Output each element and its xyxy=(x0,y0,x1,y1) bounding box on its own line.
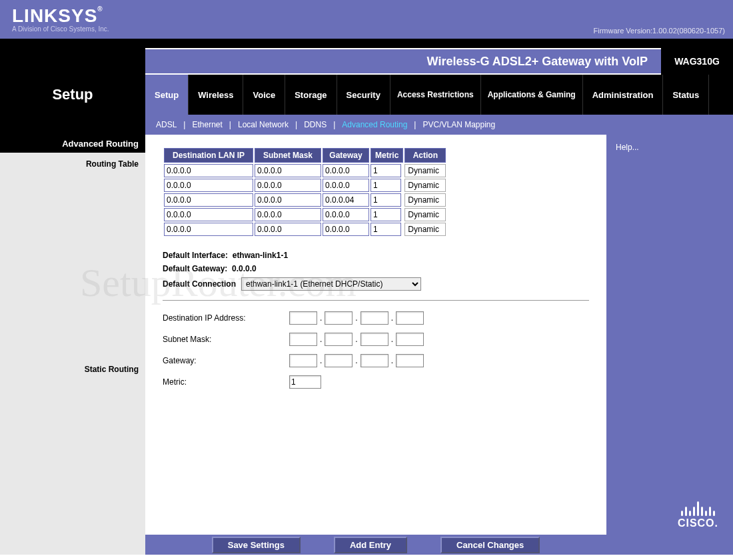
th-metric: Metric xyxy=(370,148,403,163)
dest-ip-octet3[interactable] xyxy=(361,311,388,325)
row4-ip[interactable] xyxy=(164,223,253,236)
default-gw-label: Default Gateway: xyxy=(163,264,227,273)
row1-action: Dynamic xyxy=(404,179,446,192)
save-settings-button[interactable]: Save Settings xyxy=(212,537,301,553)
row3-action: Dynamic xyxy=(404,208,446,221)
model-number: WAG310G xyxy=(661,48,733,75)
subnet-octet4[interactable] xyxy=(396,333,424,346)
dest-ip-octet2[interactable] xyxy=(325,311,353,325)
sidebar-routing-table: Routing Table xyxy=(0,153,145,171)
divider-bar xyxy=(0,39,733,48)
tab-access-restrictions[interactable]: Access Restrictions xyxy=(390,75,481,115)
row3-mask[interactable] xyxy=(255,208,321,221)
gateway-octet1[interactable] xyxy=(289,354,317,367)
subnav-pvc-vlan[interactable]: PVC/VLAN Mapping xyxy=(420,120,498,129)
row3-metric[interactable] xyxy=(370,208,401,221)
section-label: Setup xyxy=(0,75,145,115)
default-iface-label: Default Interface: xyxy=(163,251,228,260)
row4-metric[interactable] xyxy=(370,223,401,236)
tab-security[interactable]: Security xyxy=(337,75,390,115)
row1-ip[interactable] xyxy=(164,179,253,192)
gateway-label: Gateway: xyxy=(163,356,289,365)
tab-administration[interactable]: Administration xyxy=(583,75,664,115)
row4-gw[interactable] xyxy=(323,223,369,236)
dest-ip-octet4[interactable] xyxy=(396,311,424,325)
subnet-octet1[interactable] xyxy=(289,333,317,346)
cancel-changes-button[interactable]: Cancel Changes xyxy=(440,537,540,553)
row0-action: Dynamic xyxy=(404,164,446,177)
row0-mask[interactable] xyxy=(255,164,321,177)
sidebar-static-routing: Static Routing xyxy=(0,358,145,377)
gateway-octet2[interactable] xyxy=(325,354,353,367)
table-row: Dynamic xyxy=(164,208,446,221)
tab-setup[interactable]: Setup xyxy=(145,75,189,115)
row0-gw[interactable] xyxy=(323,164,369,177)
table-row: Dynamic xyxy=(164,179,446,192)
subnet-label: Subnet Mask: xyxy=(163,335,289,344)
defaults-block: Default Interface: ethwan-link1-1 Defaul… xyxy=(163,251,589,291)
product-title: Wireless-G ADSL2+ Gateway with VoIP xyxy=(145,48,661,75)
help-link[interactable]: Help... xyxy=(616,143,639,152)
table-row: Dynamic xyxy=(164,193,446,207)
tab-voice[interactable]: Voice xyxy=(243,75,285,115)
subnav-ddns[interactable]: DDNS xyxy=(301,120,329,129)
row2-action: Dynamic xyxy=(404,193,446,207)
row2-metric[interactable] xyxy=(370,193,401,207)
table-row: Dynamic xyxy=(164,164,446,177)
add-entry-button[interactable]: Add Entry xyxy=(334,537,407,553)
row0-ip[interactable] xyxy=(164,164,253,177)
brand-logo: LINKSYS® A Division of Cisco Systems, In… xyxy=(12,5,109,33)
default-gw-value: 0.0.0.0 xyxy=(232,264,257,273)
default-conn-label: Default Connection xyxy=(163,279,236,289)
header: LINKSYS® A Division of Cisco Systems, In… xyxy=(0,0,733,39)
sidebar: Advanced Routing Routing Table Static Ro… xyxy=(0,135,145,535)
routing-table: Destination LAN IP Subnet Mask Gateway M… xyxy=(163,147,447,237)
subnav-ethernet[interactable]: Ethernet xyxy=(189,120,225,129)
subnet-octet2[interactable] xyxy=(325,333,353,346)
subnav-advanced-routing[interactable]: Advanced Routing xyxy=(339,120,410,129)
row3-ip[interactable] xyxy=(164,208,253,221)
row2-gw[interactable] xyxy=(323,193,369,207)
th-subnet: Subnet Mask xyxy=(255,148,321,163)
main-nav: Setup Wireless Voice Storage Security Ac… xyxy=(145,75,733,115)
brand-text: LINKSYS xyxy=(12,5,97,26)
subnav-local-network[interactable]: Local Network xyxy=(235,120,291,129)
help-panel: Help... xyxy=(606,135,733,535)
tab-status[interactable]: Status xyxy=(663,75,709,115)
default-connection-select[interactable]: ethwan-link1-1 (Ethernet DHCP/Static) xyxy=(241,277,421,291)
static-routing-form: Destination IP Address: ... Subnet Mask:… xyxy=(163,311,589,389)
main-content: Destination LAN IP Subnet Mask Gateway M… xyxy=(145,135,606,535)
dest-ip-label: Destination IP Address: xyxy=(163,313,289,323)
dest-ip-octet1[interactable] xyxy=(289,311,317,325)
row0-metric[interactable] xyxy=(370,164,401,177)
title-spacer xyxy=(0,48,145,75)
row1-metric[interactable] xyxy=(370,179,401,192)
gateway-octet4[interactable] xyxy=(396,354,424,367)
table-row: Dynamic xyxy=(164,223,446,236)
metric-input[interactable] xyxy=(289,375,321,389)
row3-gw[interactable] xyxy=(323,208,369,221)
th-action: Action xyxy=(404,148,446,163)
row4-mask[interactable] xyxy=(255,223,321,236)
row1-mask[interactable] xyxy=(255,179,321,192)
metric-label: Metric: xyxy=(163,377,289,387)
default-iface-value: ethwan-link1-1 xyxy=(233,251,288,260)
row4-action: Dynamic xyxy=(404,223,446,236)
tab-storage[interactable]: Storage xyxy=(285,75,337,115)
row1-gw[interactable] xyxy=(323,179,369,192)
subnav: ADSL| Ethernet| Local Network| DDNS| Adv… xyxy=(145,115,733,135)
row2-ip[interactable] xyxy=(164,193,253,207)
subnav-spacer xyxy=(0,115,145,135)
tab-wireless[interactable]: Wireless xyxy=(189,75,243,115)
th-dest-ip: Destination LAN IP xyxy=(164,148,253,163)
footer-right xyxy=(606,535,733,555)
subnav-adsl[interactable]: ADSL xyxy=(153,120,179,129)
row2-mask[interactable] xyxy=(255,193,321,207)
section-divider xyxy=(163,300,589,301)
gateway-octet3[interactable] xyxy=(361,354,388,367)
tab-applications-gaming[interactable]: Applications & Gaming xyxy=(481,75,583,115)
sidebar-heading: Advanced Routing xyxy=(0,135,145,153)
firmware-version: Firmware Version:1.00.02(080620-1057) xyxy=(593,27,725,35)
th-gateway: Gateway xyxy=(323,148,369,163)
subnet-octet3[interactable] xyxy=(361,333,388,346)
